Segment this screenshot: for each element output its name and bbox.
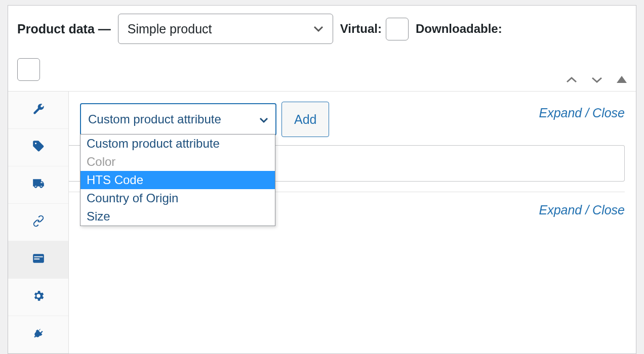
tab-general[interactable]	[8, 92, 68, 129]
panel-body: Custom product attribute Add Expand / Cl…	[8, 92, 636, 353]
virtual-checkbox[interactable]	[386, 18, 409, 40]
panel-header-controls	[566, 76, 627, 84]
expand-close-link-bottom[interactable]: Expand / Close	[539, 203, 625, 217]
tab-attributes[interactable]	[8, 241, 68, 279]
tab-linked[interactable]	[8, 204, 68, 241]
virtual-group: Virtual:	[340, 18, 409, 40]
virtual-label: Virtual:	[340, 22, 382, 36]
tab-getmore[interactable]	[8, 316, 68, 353]
tag-icon	[32, 140, 45, 156]
card-icon	[32, 252, 45, 268]
attribute-dropdown: Custom product attributeColorHTS CodeCou…	[80, 134, 275, 226]
gear-icon	[32, 289, 45, 305]
tab-advanced[interactable]	[8, 279, 68, 316]
product-type-value: Simple product	[128, 22, 212, 36]
attribute-option[interactable]: HTS Code	[80, 171, 275, 189]
product-data-panel: Product data — Simple product Virtual: D…	[8, 5, 636, 354]
panel-header: Product data — Simple product Virtual: D…	[8, 6, 636, 92]
downloadable-group: Downloadable:	[416, 22, 502, 36]
expand-close-link-top[interactable]: Expand / Close	[539, 106, 625, 120]
attribute-option[interactable]: Country of Origin	[80, 189, 275, 207]
wrench-icon	[32, 102, 45, 118]
chevron-down-icon	[313, 23, 324, 35]
link-icon	[32, 214, 45, 231]
chevron-down-icon	[259, 112, 268, 126]
move-down-icon[interactable]	[591, 76, 602, 84]
add-button[interactable]: Add	[281, 102, 329, 137]
tab-inventory[interactable]	[8, 129, 68, 166]
truck-icon	[32, 177, 45, 193]
attribute-select[interactable]: Custom product attribute	[80, 103, 276, 136]
plug-icon	[32, 327, 45, 343]
product-data-label: Product data —	[17, 22, 111, 36]
downloadable-checkbox[interactable]	[17, 58, 40, 81]
attribute-option: Color	[80, 153, 275, 171]
product-type-select[interactable]: Simple product	[118, 14, 333, 44]
toggle-panel-icon[interactable]	[617, 76, 627, 84]
tab-shipping[interactable]	[8, 166, 68, 204]
attribute-option[interactable]: Custom product attribute	[80, 135, 275, 153]
product-tabs	[8, 92, 69, 353]
attribute-option[interactable]: Size	[80, 207, 275, 226]
attributes-content: Custom product attribute Add Expand / Cl…	[69, 92, 636, 353]
attribute-select-value: Custom product attribute	[88, 112, 221, 126]
move-up-icon[interactable]	[566, 76, 577, 84]
downloadable-label: Downloadable:	[416, 22, 502, 36]
